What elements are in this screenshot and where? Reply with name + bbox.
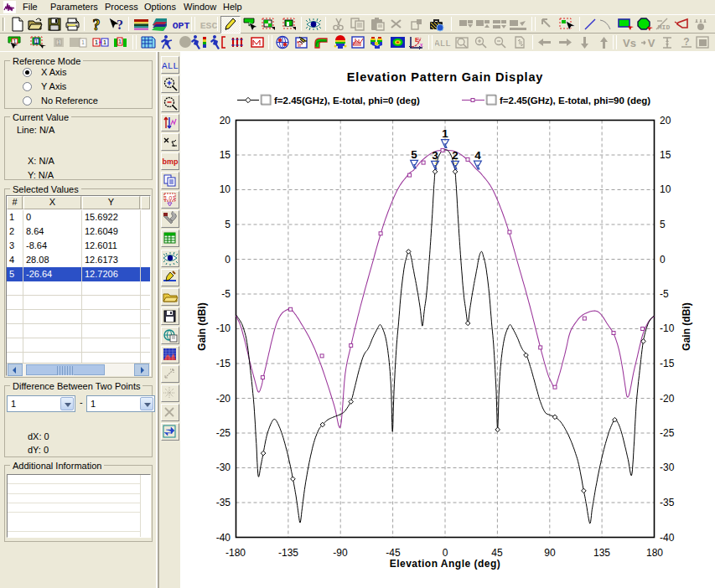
svg-text:-180: -180	[225, 547, 246, 559]
svg-text:-20: -20	[660, 393, 675, 405]
svg-text:Elevation Pattern Gain Display: Elevation Pattern Gain Display	[347, 70, 543, 84]
svg-text:f=2.45(GHz), E-total, phi=90 (: f=2.45(GHz), E-total, phi=90 (deg)	[500, 95, 650, 106]
svg-text:ALL: ALL	[435, 39, 451, 49]
svg-text:x: x	[420, 42, 423, 48]
svg-text:Gain (dBi): Gain (dBi)	[196, 302, 208, 350]
svg-text:-135: -135	[278, 547, 298, 559]
svg-text:1: 1	[35, 39, 39, 44]
svg-text:20: 20	[220, 115, 231, 126]
svg-text:20: 20	[660, 115, 671, 126]
svg-text:180: 180	[646, 547, 663, 559]
svg-text:Vs: Vs	[623, 37, 636, 49]
svg-text:2: 2	[452, 149, 459, 162]
svg-text:15: 15	[660, 149, 671, 161]
svg-text:-45: -45	[386, 547, 401, 559]
svg-text:10: 10	[220, 183, 231, 195]
svg-text:Elevation Angle (deg): Elevation Angle (deg)	[390, 558, 501, 570]
svg-text:3: 3	[432, 149, 438, 162]
svg-text:-35: -35	[660, 497, 675, 508]
svg-text:-40: -40	[660, 532, 675, 544]
svg-text:10: 10	[660, 183, 671, 195]
svg-text:5: 5	[225, 219, 231, 230]
svg-text:90: 90	[544, 547, 556, 559]
svg-text:ALL: ALL	[162, 61, 179, 71]
svg-text:5: 5	[660, 219, 666, 230]
svg-text:0: 0	[443, 547, 448, 559]
svg-text:-10: -10	[660, 322, 675, 334]
svg-text:-25: -25	[216, 427, 231, 439]
svg-text:135: 135	[593, 547, 610, 559]
svg-text:-35: -35	[216, 497, 231, 508]
svg-text:45: 45	[491, 547, 503, 559]
svg-text:V: V	[648, 37, 655, 49]
svg-text:bmp: bmp	[163, 157, 179, 166]
svg-text:-25: -25	[660, 427, 675, 439]
svg-text:1: 1	[442, 127, 448, 140]
svg-text:0: 0	[660, 254, 666, 266]
svg-text:?: ?	[683, 36, 689, 48]
svg-text:15: 15	[220, 149, 231, 161]
svg-text:?: ?	[117, 18, 123, 32]
svg-text:-15: -15	[660, 358, 675, 369]
svg-text:0: 0	[225, 254, 231, 266]
svg-text:OPT: OPT	[173, 20, 190, 31]
svg-text:?: ?	[93, 17, 101, 33]
svg-text:-30: -30	[216, 462, 231, 473]
svg-text:-5: -5	[221, 288, 231, 300]
svg-text:-10: -10	[216, 322, 231, 334]
svg-text:5: 5	[411, 148, 417, 161]
svg-text:1: 1	[103, 39, 107, 46]
svg-text:1.01: 1.01	[164, 195, 176, 201]
svg-text:1: 1	[81, 39, 85, 45]
svg-text:1: 1	[118, 38, 122, 45]
svg-text:-15: -15	[216, 358, 231, 369]
svg-text:-40: -40	[216, 532, 231, 544]
svg-text:1: 1	[57, 39, 60, 45]
svg-text:-5: -5	[660, 288, 669, 300]
svg-text:MID: MID	[658, 23, 671, 31]
svg-text:4: 4	[474, 149, 481, 162]
svg-text:ESC: ESC	[200, 20, 218, 31]
svg-text:-30: -30	[660, 462, 675, 473]
svg-text:Gain (dBi): Gain (dBi)	[681, 302, 692, 350]
svg-text:-90: -90	[333, 547, 348, 559]
svg-text:-20: -20	[216, 393, 231, 405]
svg-text:f=2.45(GHz), E-total, phi=0 (d: f=2.45(GHz), E-total, phi=0 (deg)	[274, 95, 420, 106]
